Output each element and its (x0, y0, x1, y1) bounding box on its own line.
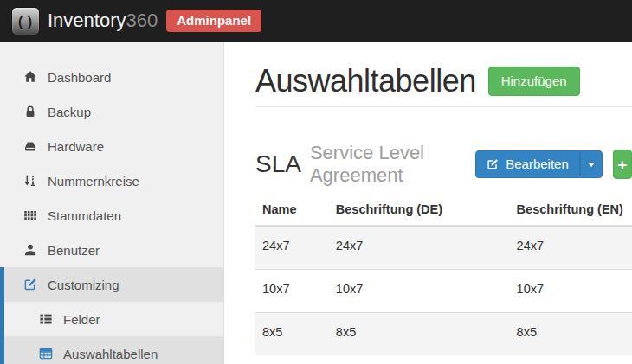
list-icon (39, 312, 53, 326)
sidebar-item-auswahltabellen[interactable]: Auswahltabellen (4, 336, 223, 364)
sidebar-item-backup[interactable]: Backup (0, 94, 223, 129)
sidebar-item-label: Customizing (48, 278, 119, 292)
sidebar: Dashboard Backup Hardware Nummernkreise (0, 42, 224, 364)
edit-icon (487, 158, 499, 170)
table-header-row: Name Beschriftung (DE) Beschriftung (EN) (255, 195, 632, 226)
sidebar-item-label: Felder (63, 312, 100, 327)
table-cell: 10x7 (255, 270, 329, 313)
brand-name: Inventory (48, 10, 126, 31)
brand-title: Inventory360 (48, 10, 158, 32)
table-cell: 8x5 (510, 313, 632, 356)
brand-logo-icon: ( ) (11, 7, 40, 35)
table-row: 24x7 24x7 24x7 (255, 226, 632, 270)
page-title: Auswahltabellen (255, 64, 476, 99)
table-row: 8x5 8x5 8x5 (255, 313, 632, 356)
title-divider (255, 106, 632, 107)
adminpanel-badge: Adminpanel (166, 10, 261, 32)
values-table: Name Beschriftung (DE) Beschriftung (EN)… (255, 195, 632, 355)
sidebar-item-nummernkreise[interactable]: Nummernkreise (0, 163, 223, 198)
sidebar-item-label: Backup (48, 105, 91, 119)
table-cell: 8x5 (255, 313, 329, 356)
table-cell: 10x7 (329, 270, 510, 313)
table-cell: 24x7 (510, 226, 632, 270)
sidebar-item-label: Dashboard (48, 70, 111, 85)
column-header-name: Name (255, 195, 329, 226)
sidebar-item-benutzer[interactable]: Benutzer (0, 233, 223, 267)
table-cell: 8x5 (329, 313, 510, 356)
customizing-group: Customizing Felder Auswahltabellen (0, 267, 223, 364)
section-subtitle: Service Level Agreement (310, 142, 462, 187)
logo-glyph: ( ) (18, 14, 33, 29)
sidebar-item-label: Stammdaten (48, 208, 121, 223)
sidebar-item-customizing[interactable]: Customizing (4, 267, 223, 302)
caret-down-icon (588, 163, 595, 167)
column-header-beschriftung-en: Beschriftung (EN) (510, 195, 632, 226)
sla-section-header: SLA Service Level Agreement Bearbeiten + (255, 142, 632, 187)
grid-icon (23, 208, 37, 222)
main-content: Auswahltabellen Hinzufügen SLA Service L… (224, 42, 632, 364)
edit-button-label: Bearbeiten (506, 156, 569, 171)
table-cell: 24x7 (329, 226, 510, 270)
edit-split-button: Bearbeiten (475, 150, 603, 178)
sidebar-item-stammdaten[interactable]: Stammdaten (0, 198, 223, 233)
table-icon (39, 347, 53, 361)
edit-dropdown-toggle[interactable] (580, 150, 603, 178)
lock-icon (23, 105, 37, 118)
sidebar-item-label: Auswahltabellen (63, 347, 158, 361)
table-row: 10x7 10x7 10x7 (255, 270, 632, 313)
top-header: ( ) Inventory360 Adminpanel (0, 0, 632, 42)
brand[interactable]: ( ) Inventory360 (11, 7, 158, 35)
brand-suffix: 360 (126, 10, 158, 31)
sidebar-item-felder[interactable]: Felder (4, 302, 223, 336)
page-title-row: Auswahltabellen Hinzufügen (255, 64, 632, 99)
sidebar-item-label: Nummernkreise (48, 174, 139, 188)
sidebar-item-hardware[interactable]: Hardware (0, 129, 223, 163)
add-value-button[interactable]: + (613, 150, 632, 179)
sort-numeric-icon (23, 174, 37, 188)
hdd-icon (23, 139, 37, 153)
customizing-subnav: Felder Auswahltabellen (4, 302, 223, 364)
table-cell: 24x7 (255, 226, 329, 270)
section-title: SLA (255, 150, 301, 178)
sidebar-item-label: Hardware (48, 139, 104, 154)
user-icon (23, 243, 37, 257)
edit-button[interactable]: Bearbeiten (475, 150, 580, 178)
column-header-beschriftung-de: Beschriftung (DE) (329, 195, 510, 226)
sidebar-item-dashboard[interactable]: Dashboard (0, 60, 223, 94)
app-window: ( ) Inventory360 Adminpanel Dashboard Ba… (0, 0, 632, 364)
sidebar-item-label: Benutzer (48, 243, 100, 258)
home-icon (23, 70, 37, 84)
table-cell: 10x7 (510, 270, 632, 313)
edit-icon (23, 278, 37, 291)
add-table-button[interactable]: Hinzufügen (488, 67, 580, 96)
